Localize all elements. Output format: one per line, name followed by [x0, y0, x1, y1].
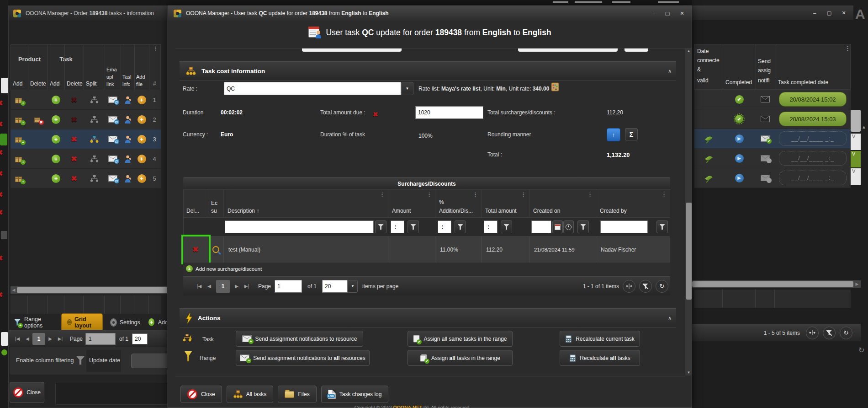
col-header-product-delete[interactable]: Delete	[28, 45, 48, 90]
background-window-titlebar[interactable]: OOONA Manager - Order 189438 tasks - inf…	[9, 6, 167, 21]
col-header-task-delete[interactable]: Delete	[65, 45, 84, 90]
last-page-icon[interactable]: ▶|	[55, 336, 65, 341]
page-size-dropdown-icon[interactable]: ▼	[348, 280, 358, 293]
total-amount-due-input[interactable]	[415, 106, 483, 119]
completed-badge-icon[interactable]: ✔	[735, 115, 743, 123]
pct-filter-input[interactable]: ▲▼	[438, 220, 451, 233]
spin-down-icon[interactable]: ▼	[441, 227, 444, 230]
add-task-icon[interactable]: +	[52, 115, 60, 124]
created-on-filter-input[interactable]	[531, 220, 551, 233]
horizontal-scrollbar[interactable]: ◀	[11, 286, 168, 294]
col-header-date-connected-valid[interactable]: Date connecte & valid	[695, 44, 723, 89]
send-notifications-resource-button[interactable]: + Send assignment notifications to resou…	[236, 331, 363, 347]
amount-filter-input[interactable]: ▲▼	[391, 220, 404, 233]
col-header-completed[interactable]: Completed	[723, 44, 756, 89]
dialog-close-button[interactable]: Close	[180, 386, 222, 403]
scrollbar-thumb[interactable]	[692, 281, 853, 287]
scroll-down-icon[interactable]: ▼	[685, 370, 692, 375]
task-changes-log-button[interactable]: LOG Task changes log	[321, 386, 389, 403]
task-info-person-icon[interactable]	[124, 175, 131, 183]
fit-columns-icon[interactable]	[623, 280, 635, 293]
rate-select[interactable]: QC	[224, 82, 401, 95]
start-task-play-icon[interactable]: ▶	[735, 174, 744, 183]
sum-sigma-button[interactable]: Σ	[625, 128, 638, 140]
collapse-section-icon[interactable]: ∧	[668, 68, 672, 74]
all-tasks-button[interactable]: All tasks	[227, 386, 274, 403]
column-menu-icon[interactable]: ⋮	[661, 193, 667, 197]
first-page-icon[interactable]: |◀	[12, 336, 22, 341]
col-header-amount[interactable]: Amount⋮	[388, 190, 435, 217]
col-header-task-add[interactable]: Add	[48, 45, 65, 90]
fit-columns-icon[interactable]	[806, 327, 819, 339]
round-up-button[interactable]: ↑	[607, 128, 620, 141]
close-button[interactable]: Close	[10, 382, 44, 403]
filter-funnel-icon[interactable]	[76, 356, 85, 365]
spin-up-icon[interactable]: ▲	[394, 225, 397, 227]
task-row[interactable]: + + ✖ @ + 5	[11, 169, 161, 188]
dialog-titlebar[interactable]: OOONA Manager - User task QC update for …	[168, 6, 692, 21]
task-completed-date-placeholder[interactable]: __/__/____ _:_	[779, 131, 847, 146]
task-row-selected[interactable]: + + ✖ @ + 3	[11, 129, 161, 149]
created-by-filter-funnel[interactable]	[656, 220, 668, 233]
col-header-description[interactable]: Description ↑⋮	[224, 190, 388, 217]
next-page-icon[interactable]: ▶	[45, 336, 55, 341]
split-icon[interactable]	[90, 135, 99, 143]
delete-product-icon[interactable]: ✖	[34, 116, 42, 123]
add-product-icon[interactable]: +	[15, 175, 24, 183]
send-notification-envelope-icon[interactable]	[761, 116, 770, 122]
add-file-icon[interactable]: +	[138, 96, 146, 104]
add-product-icon[interactable]: +	[15, 155, 24, 163]
task-completed-date-placeholder[interactable]: __/__/____ _:_	[779, 151, 847, 166]
current-page-button[interactable]: 1	[216, 280, 230, 293]
amount-filter-funnel[interactable]	[408, 220, 419, 233]
delete-task-icon[interactable]: ✖	[71, 174, 77, 183]
add-file-icon[interactable]: +	[138, 135, 146, 144]
actions-section-header[interactable]: Actions ∧	[180, 308, 676, 327]
task-row[interactable]: + + ✖ @ + 4	[11, 149, 161, 169]
last-page-icon[interactable]: ▶|	[242, 284, 252, 289]
prev-page-icon[interactable]: ◀	[204, 284, 214, 289]
add-surcharge-link[interactable]: Add new surcharge/discount	[196, 266, 262, 272]
clear-filters-icon[interactable]	[823, 327, 836, 339]
task-cost-section-header[interactable]: Task cost information ∧	[180, 61, 676, 81]
task-completed-date-pill[interactable]: 20/08/2024 15:02	[779, 92, 847, 107]
completed-check-icon[interactable]: ✔	[735, 95, 744, 104]
spin-down-icon[interactable]: ▼	[487, 227, 490, 230]
task-row-right[interactable]: ▶ __/__/____ _:_	[694, 168, 851, 188]
col-header-task-info[interactable]: Taslinfc	[121, 45, 135, 90]
email-upload-link-icon[interactable]: @	[108, 136, 117, 142]
created-on-clock-icon[interactable]	[563, 220, 574, 233]
maximize-icon[interactable]: ▢	[822, 8, 836, 18]
dialog-vertical-scrollbar[interactable]: ▲ ▼	[685, 48, 692, 376]
col-header-total-amount[interactable]: Total amount⋮	[482, 190, 529, 217]
send-notification-envelope-icon[interactable]	[761, 175, 770, 181]
task-info-person-icon[interactable]	[124, 135, 131, 143]
add-task-icon[interactable]: +	[52, 96, 60, 104]
collapse-section-icon[interactable]: ∧	[668, 315, 672, 321]
horizontal-scrollbar-right[interactable]: ▶	[692, 280, 861, 288]
rate-list-icon[interactable]	[551, 82, 559, 91]
close-window-icon[interactable]: ✕	[837, 8, 851, 18]
pct-filter-funnel[interactable]	[455, 220, 466, 233]
email-upload-link-icon[interactable]: @	[108, 116, 117, 123]
email-upload-link-icon[interactable]: @	[108, 156, 117, 162]
refresh-icon[interactable]: ↻	[656, 280, 668, 293]
clear-filters-icon[interactable]	[639, 280, 652, 293]
background-window-titlebar-right[interactable]: – ▢ ✕	[692, 5, 853, 20]
send-notifications-all-button[interactable]: + Send assignment notifications to all r…	[236, 350, 370, 366]
col-header-send-assignment-notification[interactable]: Send assig notifi	[756, 44, 775, 89]
settings-button[interactable]: Settings	[120, 319, 140, 326]
assign-all-tasks-button[interactable]: ✔ Assign all tasks in the range	[408, 350, 513, 366]
range-options-button[interactable]: Range options	[24, 316, 52, 329]
col-header-split[interactable]: Split	[84, 45, 105, 90]
scroll-left-icon[interactable]: ◀	[11, 288, 17, 292]
split-icon[interactable]	[90, 175, 99, 182]
recalculate-all-tasks-button[interactable]: Recalculate all tasks	[560, 350, 640, 366]
close-window-icon[interactable]: ✕	[675, 8, 689, 18]
minimize-icon[interactable]: –	[808, 8, 821, 18]
start-task-play-icon[interactable]: ▶	[735, 134, 744, 143]
prev-page-icon[interactable]: ◀	[22, 336, 32, 341]
update-date-input[interactable]	[131, 354, 168, 368]
total-filter-funnel[interactable]	[501, 220, 512, 233]
task-row[interactable]: + + ✖ @ + 1	[11, 90, 161, 110]
